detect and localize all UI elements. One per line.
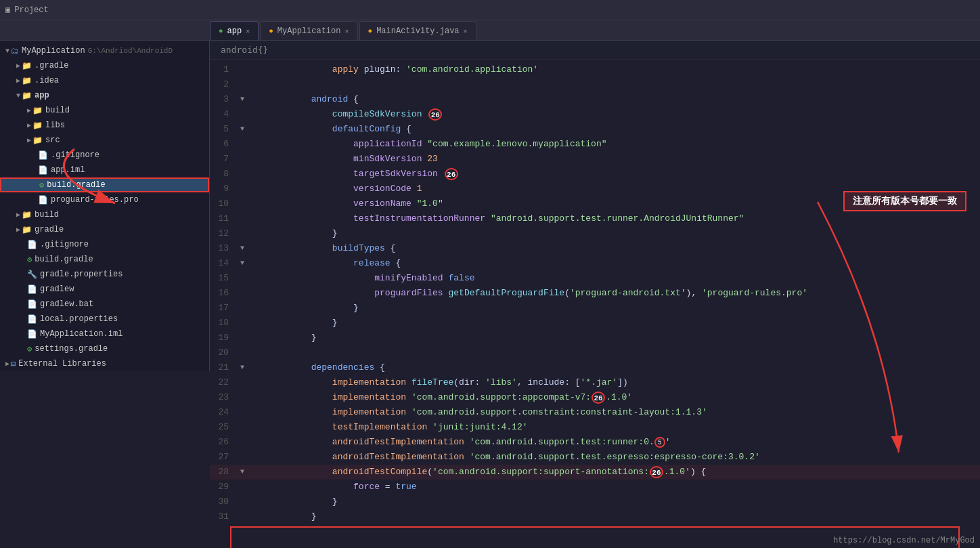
idea-arrow-icon: ▶: [16, 77, 20, 85]
sidebar-item-local-properties[interactable]: 📄 local.properties: [0, 312, 209, 326]
sidebar-item-build-gradle-root[interactable]: ⚙ build.gradle: [0, 252, 209, 267]
line-num-31: 31: [210, 509, 237, 524]
project-icon: ▣: [5, 5, 10, 15]
sidebar-item-external-libs[interactable]: ▶ ⊟ External Libraries: [0, 356, 209, 371]
editor-wrapper: android{} 注意所有版本号都要一致: [210, 41, 980, 548]
app-iml-label: app.iml: [51, 165, 85, 175]
sidebar-item-app-iml[interactable]: 📄 app.iml: [0, 163, 209, 177]
arrow-right-icon: ▶: [16, 62, 20, 70]
title-bar-content: ▣ Project: [5, 5, 49, 15]
libs-label: libs: [45, 121, 65, 130]
project-root-path: G:\Andriod\AndroidD: [88, 47, 173, 55]
line-num-7: 7: [210, 152, 237, 167]
src-label: src: [45, 135, 60, 145]
code-line-31: 31 }: [210, 509, 980, 524]
line-num-27: 27: [210, 450, 237, 465]
tab-bar: ● app ✕ ● MyApplication ✕ ● MainActivity…: [0, 20, 980, 41]
gradle-folder: 📁: [22, 225, 32, 235]
sidebar-item-gradle-properties[interactable]: 🔧 gradle.properties: [0, 267, 209, 282]
ext-libs-icon: ⊟: [11, 359, 16, 369]
sidebar-item-gradle[interactable]: ▶ 📁 gradle: [0, 222, 209, 237]
root-build-label: build: [35, 210, 59, 219]
app-folder-icon: 📁: [22, 91, 32, 101]
fold-5[interactable]: ▼: [237, 122, 248, 137]
code-container: 1 apply plugin: 'com.android.application…: [210, 60, 980, 527]
sidebar-item-app[interactable]: ▼ 📁 app: [0, 88, 209, 103]
build-gradle-root-label: build.gradle: [35, 255, 93, 264]
line-num-2: 2: [210, 77, 237, 92]
sidebar-item-project-root[interactable]: ▼ 🗂 MyApplication G:\Andriod\AndroidD: [0, 43, 209, 58]
sidebar-item-gradle-hidden[interactable]: ▶ 📁 .gradle: [0, 58, 209, 73]
arrow-down-icon: ▼: [5, 47, 9, 55]
code-area[interactable]: 注意所有版本号都要一致 1: [210, 60, 980, 548]
line-num-4: 4: [210, 107, 237, 122]
myapp-iml-label: MyApplication.iml: [40, 329, 122, 339]
line-num-17: 17: [210, 301, 237, 316]
tab-app-label: app: [227, 26, 242, 36]
app-iml-icon: 📄: [38, 165, 48, 175]
idea-folder-icon: 📁: [22, 76, 32, 86]
title-bar-label: Project: [14, 5, 48, 15]
gradlew-icon: 📄: [27, 284, 37, 295]
sidebar-item-idea[interactable]: ▶ 📁 .idea: [0, 73, 209, 88]
line-num-15: 15: [210, 271, 237, 286]
line-code-31: }: [248, 494, 980, 539]
line-num-10: 10: [210, 196, 237, 211]
gradle-props-icon: 🔧: [27, 270, 37, 280]
ext-libs-label: External Libraries: [18, 359, 106, 368]
line-num-5: 5: [210, 122, 237, 137]
gradle-folder-icon: 📁: [22, 61, 32, 71]
tab-mainactivity[interactable]: ● MainActivity.java ✕: [359, 21, 476, 40]
tab-myapp-close[interactable]: ✕: [344, 27, 349, 35]
line-num-13: 13: [210, 241, 237, 256]
line-num-16: 16: [210, 286, 237, 301]
src-arrow: ▶: [27, 136, 31, 144]
line-num-22: 22: [210, 375, 237, 390]
sidebar-item-libs[interactable]: ▶ 📁 libs: [0, 118, 209, 133]
sidebar-item-src[interactable]: ▶ 📁 src: [0, 133, 209, 148]
fold-3[interactable]: ▼: [237, 92, 248, 107]
line-num-24: 24: [210, 405, 237, 420]
tab-myapplication[interactable]: ● MyApplication ✕: [260, 21, 357, 40]
sidebar-wrapper: ▼ 🗂 MyApplication G:\Andriod\AndroidD ▶ …: [0, 41, 210, 548]
gradlew-label: gradlew: [40, 284, 74, 294]
local-props-label: local.properties: [40, 314, 118, 324]
fold-21[interactable]: ▼: [237, 360, 248, 375]
fold-28[interactable]: ▼: [237, 465, 248, 480]
myapp-iml-icon: 📄: [27, 329, 37, 339]
sidebar-item-app-build[interactable]: ▶ 📁 build: [0, 103, 209, 118]
line-num-23: 23: [210, 390, 237, 405]
fold-13[interactable]: ▼: [237, 241, 248, 256]
libs-arrow: ▶: [27, 121, 31, 129]
sidebar-item-gitignore-app[interactable]: 📄 .gitignore: [0, 148, 209, 163]
gradle-hidden-label: .gradle: [35, 61, 68, 70]
sidebar-item-gitignore-root[interactable]: 📄 .gitignore: [0, 237, 209, 252]
tab-main-close[interactable]: ✕: [464, 27, 468, 35]
src-folder-icon: 📁: [32, 135, 43, 146]
idea-label: .idea: [35, 76, 59, 85]
tab-app-close[interactable]: ✕: [246, 27, 250, 35]
line-num-18: 18: [210, 316, 237, 331]
local-props-icon: 📄: [27, 314, 37, 324]
proguard-icon: 📄: [38, 195, 48, 205]
sidebar-item-proguard[interactable]: 📄 proguard-rules.pro: [0, 192, 209, 207]
gitignore-app-label: .gitignore: [51, 150, 99, 160]
line-num-25: 25: [210, 420, 237, 435]
sidebar-item-myapp-iml[interactable]: 📄 MyApplication.iml: [0, 326, 209, 341]
build-gradle-label: build.gradle: [47, 180, 105, 190]
tab-myapp-icon: ●: [269, 27, 273, 35]
gradle-label: gradle: [35, 225, 64, 234]
sidebar-item-build-gradle[interactable]: ⚙ build.gradle: [0, 177, 209, 192]
sidebar-item-gradlew-bat[interactable]: 📄 gradlew.bat: [0, 297, 209, 312]
app-arrow-icon: ▼: [16, 92, 20, 100]
fold-14[interactable]: ▼: [237, 256, 248, 271]
root-build-folder: 📁: [22, 210, 32, 220]
root-build-arrow: ▶: [16, 211, 20, 219]
sidebar-item-gradlew[interactable]: 📄 gradlew: [0, 282, 209, 297]
sidebar-item-settings-gradle[interactable]: ⚙ settings.gradle: [0, 341, 209, 356]
app-label: app: [35, 91, 49, 100]
project-root-label: MyApplication: [22, 46, 85, 56]
tab-app[interactable]: ● app ✕: [210, 21, 259, 40]
build-gradle-root-icon: ⚙: [27, 255, 32, 265]
sidebar-item-root-build[interactable]: ▶ 📁 build: [0, 207, 209, 222]
